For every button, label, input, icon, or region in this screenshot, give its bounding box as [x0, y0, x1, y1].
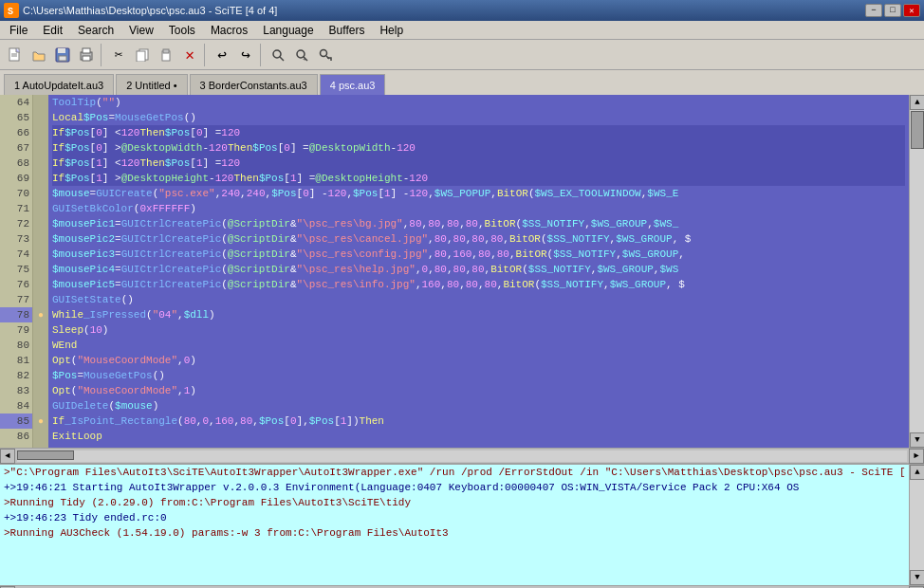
menu-item-buffers[interactable]: Buffers — [322, 21, 373, 39]
find-next-button[interactable]: + — [290, 44, 313, 66]
scroll-thumb[interactable] — [911, 111, 924, 149]
code-line-78[interactable]: While _IsPressed("04", $dll) — [52, 307, 905, 322]
output-wrap: >"C:\Program Files\AutoIt3\SciTE\AutoIt3… — [0, 465, 924, 585]
output-panel: >"C:\Program Files\AutoIt3\SciTE\AutoIt3… — [0, 463, 924, 588]
fold-row-83[interactable] — [33, 383, 48, 398]
tab-autoupdateit[interactable]: 1 AutoUpdateIt.au3 — [4, 74, 114, 95]
maximize-button[interactable]: □ — [884, 4, 901, 17]
close-button[interactable]: ✕ — [903, 4, 920, 17]
fold-row-70[interactable] — [33, 186, 48, 201]
h-scroll-track[interactable] — [17, 450, 907, 462]
menu-item-edit[interactable]: Edit — [35, 21, 70, 39]
code-line-74[interactable]: $mousePic3 = GUICtrlCreatePic(@ScriptDir… — [52, 247, 905, 262]
menu-item-help[interactable]: Help — [372, 21, 411, 39]
print-button[interactable] — [75, 44, 98, 66]
scroll-track[interactable] — [910, 110, 924, 432]
code-line-70[interactable]: $mouse = GUICreate("psc.exe", 240, 240, … — [52, 186, 905, 201]
code-line-69[interactable]: If $Pos[1] > @DesktopHeight - 120 Then $… — [52, 171, 905, 186]
cut-button[interactable]: ✂ — [107, 44, 130, 66]
fold-row-64[interactable] — [33, 95, 48, 110]
save-button[interactable] — [51, 44, 74, 66]
menu-item-view[interactable]: View — [121, 21, 161, 39]
fold-row-72[interactable] — [33, 216, 48, 231]
menu-item-tools[interactable]: Tools — [161, 21, 203, 39]
svg-rect-10 — [83, 56, 90, 61]
fold-row-76[interactable] — [33, 277, 48, 292]
minimize-button[interactable]: − — [865, 4, 882, 17]
fold-row-66[interactable] — [33, 125, 48, 140]
h-scroll-thumb[interactable] — [17, 450, 74, 460]
fold-row-77[interactable] — [33, 292, 48, 307]
code-line-83[interactable]: Opt("MouseCoordMode", 1) — [52, 383, 905, 398]
delete-button[interactable]: ✕ — [178, 44, 201, 66]
code-line-72[interactable]: $mousePic1 = GUICtrlCreatePic(@ScriptDir… — [52, 216, 905, 231]
line-number-76: 76 — [0, 277, 32, 292]
code-line-84[interactable]: GUIDelete($mouse) — [52, 398, 905, 413]
scroll-right-button[interactable]: ► — [909, 449, 924, 464]
code-line-66[interactable]: If $Pos[0] < 120 Then $Pos[0] = 120 — [52, 125, 905, 140]
replace-button[interactable] — [314, 44, 337, 66]
code-line-65[interactable]: Local $Pos = MouseGetPos() — [52, 110, 905, 125]
fold-row-75[interactable] — [33, 262, 48, 277]
menu-item-language[interactable]: Language — [255, 21, 321, 39]
code-area[interactable]: ToolTip("") Local $Pos = MouseGetPos() I… — [48, 95, 909, 448]
open-button[interactable] — [28, 44, 50, 66]
code-line-85[interactable]: If _IsPoint_Rectangle(80, 0, 160, 80, $P… — [52, 413, 905, 429]
fold-row-69[interactable] — [33, 171, 48, 186]
app-icon: S — [4, 3, 19, 18]
code-line-67[interactable]: If $Pos[0] > @DesktopWidth - 120 Then $P… — [52, 140, 905, 156]
paste-button[interactable] — [155, 44, 177, 66]
code-line-71[interactable]: GUISetBkColor(0xFFFFFF) — [52, 201, 905, 216]
new-button[interactable] — [4, 44, 27, 66]
code-line-81[interactable]: Opt("MouseCoordMode", 0) — [52, 353, 905, 368]
fold-row-78[interactable]: ● — [33, 307, 48, 322]
code-line-77[interactable]: GUISetState() — [52, 292, 905, 307]
tab-psc[interactable]: 4 psc.au3 — [320, 74, 386, 95]
tab-untitled[interactable]: 2 Untitled • — [116, 74, 187, 95]
output-scrollbar[interactable]: ▲ ▼ — [909, 465, 924, 585]
fold-row-81[interactable] — [33, 353, 48, 368]
svg-rect-7 — [59, 56, 66, 61]
horizontal-scrollbar[interactable]: ◄ ► — [0, 448, 924, 463]
fold-row-80[interactable] — [33, 338, 48, 353]
undo-button[interactable]: ↩ — [211, 44, 233, 66]
vertical-scrollbar[interactable]: ▲ ▼ — [909, 95, 924, 448]
code-line-79[interactable]: Sleep(10) — [52, 322, 905, 338]
tab-borderconstants[interactable]: 3 BorderConstants.au3 — [190, 74, 318, 95]
fold-row-84[interactable] — [33, 398, 48, 413]
output-line-3: +>19:46:23 Tidy ended.rc:0 — [4, 512, 905, 527]
code-line-64[interactable]: ToolTip("") — [52, 95, 905, 110]
output-scroll-down[interactable]: ▼ — [910, 570, 924, 585]
fold-row-85[interactable]: ● — [33, 413, 48, 429]
menu-item-file[interactable]: File — [2, 21, 35, 39]
fold-row-82[interactable] — [33, 368, 48, 383]
code-line-76[interactable]: $mousePic5 = GUICtrlCreatePic(@ScriptDir… — [52, 277, 905, 292]
code-line-73[interactable]: $mousePic2 = GUICtrlCreatePic(@ScriptDir… — [52, 231, 905, 247]
fold-row-86[interactable] — [33, 429, 48, 444]
find-button[interactable] — [267, 44, 289, 66]
menu-item-macros[interactable]: Macros — [203, 21, 255, 39]
code-line-75[interactable]: $mousePic4 = GUICtrlCreatePic(@ScriptDir… — [52, 262, 905, 277]
code-line-68[interactable]: If $Pos[1] < 120 Then $Pos[1] = 120 — [52, 156, 905, 171]
fold-row-73[interactable] — [33, 231, 48, 247]
redo-button[interactable]: ↪ — [234, 44, 257, 66]
code-line-86[interactable]: ExitLoop — [52, 429, 905, 444]
fold-row-74[interactable] — [33, 247, 48, 262]
scroll-left-button[interactable]: ◄ — [0, 449, 15, 464]
menu-item-search[interactable]: Search — [70, 21, 121, 39]
fold-row-67[interactable] — [33, 140, 48, 156]
fold-row-71[interactable] — [33, 201, 48, 216]
code-line-80[interactable]: WEnd — [52, 338, 905, 353]
scroll-up-button[interactable]: ▲ — [910, 95, 924, 110]
fold-row-79[interactable] — [33, 322, 48, 338]
svg-point-20 — [321, 49, 327, 56]
output-scroll-track[interactable] — [910, 480, 924, 570]
svg-rect-14 — [163, 49, 169, 53]
fold-row-65[interactable] — [33, 110, 48, 125]
output-content: >"C:\Program Files\AutoIt3\SciTE\AutoIt3… — [0, 465, 909, 585]
fold-row-68[interactable] — [33, 156, 48, 171]
output-scroll-up[interactable]: ▲ — [910, 465, 924, 480]
code-line-82[interactable]: $Pos = MouseGetPos() — [52, 368, 905, 383]
copy-button[interactable] — [131, 44, 154, 66]
scroll-down-button[interactable]: ▼ — [910, 432, 924, 448]
